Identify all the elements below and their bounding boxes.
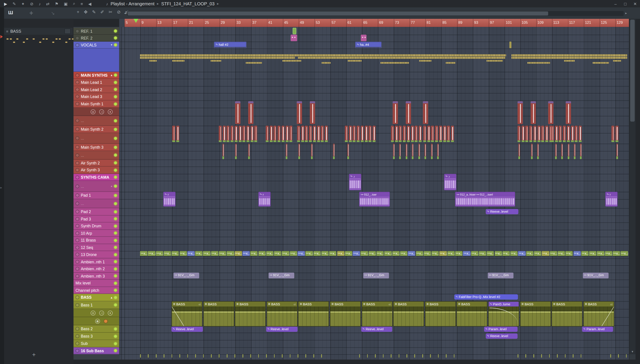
- ruler-tick[interactable]: 33: [235, 20, 241, 24]
- ruler-tick[interactable]: 93: [473, 20, 478, 24]
- synth2-hit-clip[interactable]: [313, 126, 316, 142]
- synth2-hit-clip[interactable]: [231, 126, 234, 142]
- hat-loop-clip[interactable]: ↦K..#: [274, 251, 282, 257]
- track-main-synth-3[interactable]: Main Synth 3: [74, 144, 119, 151]
- synth2-hit-clip[interactable]: [551, 126, 554, 142]
- track-control-icon[interactable]: ●: [108, 109, 113, 114]
- synth2-hit-clip[interactable]: [407, 126, 410, 142]
- scroll-down-icon[interactable]: ▾: [629, 349, 636, 354]
- hat-loop-clip[interactable]: ↦K..#: [282, 251, 289, 257]
- synth2-hit-clip[interactable]: [427, 126, 430, 142]
- track-led[interactable]: [114, 281, 117, 285]
- synth2-hit-clip[interactable]: [537, 126, 540, 142]
- track-led[interactable]: [114, 246, 117, 249]
- track-bass-3[interactable]: Bass 3: [74, 333, 119, 340]
- track-power-icon[interactable]: [76, 73, 79, 77]
- toolbar-icon[interactable]: ⊘: [30, 1, 33, 6]
- synth2-hit-clip[interactable]: [297, 126, 300, 142]
- track-power-icon[interactable]: [76, 36, 79, 40]
- synth2-hit-clip[interactable]: [325, 126, 328, 142]
- synth3-hit-clip[interactable]: [537, 144, 539, 159]
- minimize-button[interactable]: –: [611, 1, 620, 6]
- synth2-hit-clip[interactable]: [529, 126, 532, 142]
- vocal-audio-strip[interactable]: [593, 62, 609, 64]
- synth3-hit-clip[interactable]: [580, 144, 582, 159]
- param-level-automation-clip[interactable]: ∿Param..level: [582, 326, 613, 332]
- track-power-icon[interactable]: [76, 161, 79, 165]
- synth3-hit-clip[interactable]: [222, 144, 224, 159]
- synth2-hit-clip[interactable]: [559, 126, 562, 142]
- hat-loop-clip[interactable]: ↦K..#: [463, 251, 470, 257]
- ambient-audio-clip[interactable]: ↦91V_.._Gm: [269, 273, 294, 278]
- hat-loop-clip[interactable]: ↦K..#: [321, 251, 329, 257]
- track-synths-cama[interactable]: SYNTHS CAMA: [74, 174, 119, 181]
- ruler-tick[interactable]: 53: [314, 20, 320, 24]
- track-bass[interactable]: BASS▴: [74, 294, 119, 301]
- synth2-hit-clip[interactable]: [611, 126, 614, 142]
- track-power-icon[interactable]: [76, 136, 79, 140]
- vocal-audio-strip[interactable]: [380, 62, 409, 64]
- close-button[interactable]: ✕: [630, 1, 640, 6]
- hat-loop-clip[interactable]: ↦K..#: [565, 251, 573, 257]
- vscroll-thumb[interactable]: [630, 20, 635, 122]
- track-led[interactable]: [114, 184, 117, 188]
- track-power-icon[interactable]: [76, 246, 79, 249]
- track-control-icon[interactable]: ◎: [91, 109, 96, 114]
- scroll-left-icon[interactable]: ◂: [122, 11, 127, 15]
- synth3-hit-clip[interactable]: [531, 144, 533, 159]
- track-power-icon[interactable]: [76, 253, 79, 256]
- bass-audio-clip[interactable]: ≣BASS: [425, 301, 456, 327]
- toolbar-icon[interactable]: ⇄: [46, 1, 49, 6]
- synth3-hit-clip[interactable]: [518, 144, 520, 159]
- track-power-icon[interactable]: [76, 238, 79, 242]
- track-power-icon[interactable]: [76, 210, 79, 214]
- hat-loop-clip[interactable]: ↦K..#: [479, 251, 486, 257]
- bass-audio-clip[interactable]: ≣BASS: [330, 301, 361, 327]
- hat-loop-clip[interactable]: ↦K..#: [164, 251, 171, 257]
- ruler-tick[interactable]: 61: [346, 20, 352, 24]
- panel-tool-icon[interactable]: ↘: [51, 11, 55, 16]
- synth3-hit-clip[interactable]: [298, 144, 300, 159]
- track-pad-3[interactable]: Pad 3: [74, 216, 119, 222]
- hall-audio-clip[interactable]: ∿ha..#4: [355, 42, 382, 48]
- ruler-tick[interactable]: 25: [204, 20, 209, 24]
- ruler-tick[interactable]: 37: [251, 20, 256, 24]
- synth3-hit-clip[interactable]: [616, 144, 618, 159]
- hat-loop-clip[interactable]: ↦K..#: [439, 251, 447, 257]
- track-led[interactable]: [114, 161, 117, 165]
- track-main-lead-3[interactable]: Main Lead 3: [74, 93, 119, 100]
- synth2-hit-clip[interactable]: [250, 126, 253, 142]
- synth3-hit-clip[interactable]: [424, 144, 426, 159]
- ruler-tick[interactable]: 77: [410, 20, 415, 24]
- track-10-arp[interactable]: 10 Arp: [74, 230, 119, 237]
- vocal-audio-strip[interactable]: [211, 60, 221, 62]
- hat-loop-clip[interactable]: ↦K..#: [179, 251, 187, 257]
- track-power-icon[interactable]: [76, 224, 79, 228]
- synth2-hit-clip[interactable]: [571, 126, 574, 142]
- track-power-icon[interactable]: [76, 175, 79, 179]
- hat-loop-clip[interactable]: ↦K..#: [376, 251, 384, 257]
- synth1-hit-clip[interactable]: [518, 101, 523, 124]
- synth1-hit-clip[interactable]: [235, 101, 240, 124]
- track-led[interactable]: [114, 29, 117, 33]
- track-led[interactable]: [114, 274, 117, 278]
- synth2-hit-clip[interactable]: [423, 126, 426, 142]
- synth2-hit-clip[interactable]: [274, 126, 276, 142]
- track-power-icon[interactable]: [76, 202, 79, 205]
- playlist-grid[interactable]: ∿hall #2∿ha..#4∿♪∿♪∿r∿r∿r↦012_..iser↦012…: [119, 27, 629, 360]
- track-pad-2[interactable]: Pad 2: [74, 208, 119, 216]
- synth3-hit-clip[interactable]: [412, 144, 413, 159]
- synth2-hit-clip[interactable]: [615, 126, 618, 142]
- track-led[interactable]: [114, 74, 117, 77]
- hat-loop-clip[interactable]: ↦K..#: [613, 251, 620, 257]
- hat-loop-clip[interactable]: ↦K..#: [494, 251, 502, 257]
- synth2-hit-clip[interactable]: [369, 126, 372, 142]
- synth3-hit-clip[interactable]: [568, 144, 569, 159]
- synth3-hit-clip[interactable]: [555, 144, 557, 159]
- hat-loop-clip[interactable]: ↦K..#: [487, 251, 494, 257]
- track-air-synth-2[interactable]: Air Synth 2: [74, 160, 119, 166]
- hat-loop-clip[interactable]: ↦K..#: [148, 251, 155, 257]
- synth2-hit-clip[interactable]: [563, 126, 566, 142]
- track-main-lead-2[interactable]: Main Lead 2: [74, 86, 119, 93]
- track-power-icon[interactable]: [76, 153, 79, 157]
